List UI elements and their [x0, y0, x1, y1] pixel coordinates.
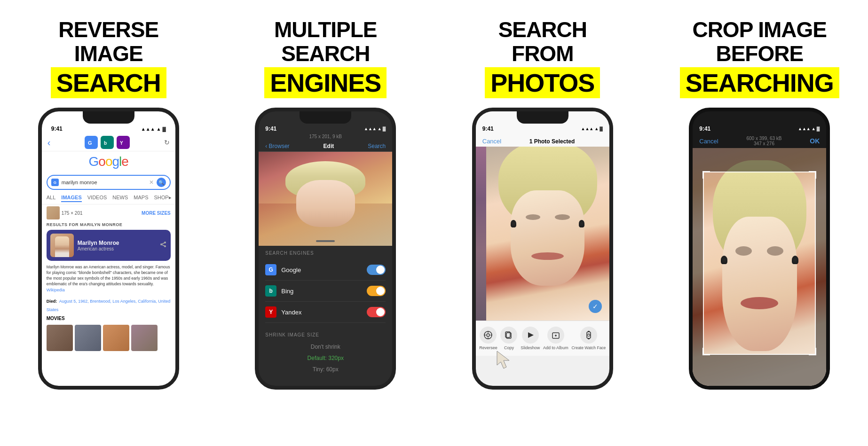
svg-line-7	[161, 244, 165, 246]
cursor-area	[476, 356, 609, 365]
tab-maps[interactable]: MAPS	[134, 195, 148, 202]
crop-full-dims: 600 x 399, 63 kB	[746, 136, 781, 141]
svg-point-9	[487, 334, 489, 336]
search-bar[interactable]: G marilyn monroe ✕ 🔍	[47, 175, 171, 190]
yandex-engine-name: Yandex	[281, 309, 301, 316]
movie-thumb-1	[47, 325, 73, 351]
died-label: Died:	[47, 299, 57, 304]
svg-rect-25	[588, 338, 590, 339]
phone3-screen: 9:41 ▲▲▲ ▲ ▓ Cancel 1 Photo Selected	[476, 111, 609, 386]
panel-3: SEARCH FROM PHOTOS 9:41 ▲▲▲ ▲ ▓ Cancel 1…	[438, 4, 647, 442]
tab-all[interactable]: ALL	[47, 195, 56, 202]
cancel-btn-3[interactable]: Cancel	[482, 138, 501, 145]
yahoo-engine-icon[interactable]: Y	[117, 136, 130, 149]
clear-icon[interactable]: ✕	[149, 179, 154, 186]
google-row-left: G Google	[265, 264, 301, 275]
crop-handle-tr[interactable]	[809, 171, 816, 179]
cursor-icon	[492, 349, 521, 372]
edit-label[interactable]: Edit	[324, 143, 334, 149]
battery-4: ▓	[817, 126, 820, 131]
engines-section: SEARCH ENGINES G Google b	[259, 246, 392, 328]
refresh-icon[interactable]: ↻	[164, 139, 170, 146]
shrink-opt1[interactable]: Don't shrink	[265, 341, 386, 352]
cancel-btn-4[interactable]: Cancel	[699, 138, 718, 145]
search-label-2[interactable]: Search	[368, 143, 386, 149]
panel4-title2: BEFORE	[716, 42, 803, 66]
status-icons-1: ▲▲▲ ▲ ▓	[141, 126, 166, 132]
browser-back[interactable]: ‹ Browser	[265, 143, 289, 149]
phone-4: 9:41 ▲▲▲ ▲ ▓ Cancel 600 x 399, 63 kB 347…	[689, 108, 830, 390]
phone-3: 9:41 ▲▲▲ ▲ ▓ Cancel 1 Photo Selected	[472, 108, 613, 390]
overlay-right	[816, 172, 826, 355]
phone2-screen: 9:41 ▲▲▲ ▲ ▓ 175 x 201, 9 kB ‹ Browser E…	[259, 111, 392, 386]
search-button[interactable]: 🔍	[157, 178, 166, 187]
google-icon: G	[265, 264, 276, 275]
slideshow-label: Slideshow	[521, 345, 540, 350]
engine-google-row: G Google	[265, 259, 386, 281]
overlay-top	[693, 148, 826, 172]
action-watch-face[interactable]: Create Watch Face	[571, 327, 606, 350]
bing-toggle[interactable]	[367, 286, 386, 296]
action-copy[interactable]: Copy	[500, 327, 517, 350]
shrink-section: SHRINK IMAGE SIZE Don't shrink Default: …	[259, 328, 392, 380]
back-icon[interactable]: ‹	[47, 137, 51, 148]
time-2: 9:41	[265, 125, 276, 132]
marilyn-name: Marilyn Monroe	[78, 240, 119, 246]
panel4-title1: CROP IMAGE	[692, 18, 827, 42]
shrink-opt2[interactable]: Default: 320px	[265, 352, 386, 364]
marilyn-knowledge-card[interactable]: Marilyn Monroe American actress	[47, 230, 171, 261]
shrink-opt3[interactable]: Tiny: 60px	[265, 364, 386, 375]
status-icons-2: ▲▲▲ ▲ ▓	[364, 125, 386, 132]
yandex-toggle[interactable]	[367, 307, 386, 317]
action-add-album[interactable]: Add to Album	[543, 327, 568, 350]
crop-handle-bl[interactable]	[702, 348, 710, 355]
photo-count-title: 1 Photo Selected	[529, 138, 575, 145]
movie-thumb-2	[75, 325, 101, 351]
panel1-highlight: SEARCH	[51, 67, 166, 98]
tab-news[interactable]: NEWS	[112, 195, 128, 202]
svg-line-6	[161, 243, 165, 244]
google-mini-icon: G	[51, 179, 59, 186]
yandex-icon: Y	[265, 306, 276, 318]
signal-3: ▲▲▲	[581, 126, 594, 131]
action-reversee[interactable]: Reversee	[479, 327, 497, 350]
bing-engine-icon[interactable]: b	[101, 136, 114, 149]
main-photo: ✓	[476, 147, 609, 321]
earring-right	[579, 220, 584, 227]
share-icon[interactable]	[159, 241, 167, 250]
tab-videos[interactable]: VIDEOS	[87, 195, 107, 202]
panel-1: REVERSE IMAGE SEARCH 9:41 ▲▲▲ ▲ ▓ ‹ G	[4, 4, 213, 442]
action-slideshow[interactable]: Slideshow	[521, 327, 540, 350]
crop-handle-tl[interactable]	[702, 171, 710, 179]
copy-icon	[500, 327, 517, 344]
status-icons-3: ▲▲▲ ▲ ▓	[581, 125, 603, 132]
strip-left	[476, 147, 486, 321]
crop-handle-br[interactable]	[809, 348, 816, 355]
shrink-label: SHRINK IMAGE SIZE	[265, 332, 386, 337]
crop-border[interactable]	[703, 172, 816, 355]
image-info-row: 175 × 201 MORE SIZES	[42, 204, 175, 221]
wifi-4: ▲	[812, 126, 816, 131]
tab-shop[interactable]: SHOP▸	[154, 195, 172, 202]
marilyn-subtitle: American actress	[78, 246, 119, 251]
face-3	[511, 190, 584, 286]
panel-4: CROP IMAGE BEFORE SEARCHING 9:41 ▲▲▲ ▲ ▓…	[655, 4, 865, 442]
google-engine-icon[interactable]: G	[85, 136, 98, 149]
eye-right	[555, 214, 569, 220]
crop-header: Cancel 600 x 399, 63 kB 347 x 276 OK	[693, 134, 826, 148]
more-sizes-link[interactable]: MORE SIZES	[142, 211, 171, 216]
ok-btn[interactable]: OK	[810, 137, 820, 145]
time-4: 9:41	[699, 125, 710, 132]
tab-images[interactable]: IMAGES	[61, 195, 81, 202]
signal-2: ▲▲▲	[364, 126, 377, 131]
wiki-link[interactable]: Wikipedia	[47, 288, 65, 292]
marilyn-photo-3	[486, 147, 609, 321]
notch-3	[517, 111, 568, 124]
engine-yandex-row: Y Yandex	[265, 302, 386, 323]
svg-rect-24	[588, 331, 590, 332]
drag-handle[interactable]	[316, 240, 335, 242]
died-value: August 5, 1962,	[59, 299, 90, 304]
crop-dims-center: 600 x 399, 63 kB 347 x 276	[746, 136, 781, 146]
bing-engine-name: Bing	[281, 288, 293, 295]
google-toggle[interactable]	[367, 265, 386, 275]
